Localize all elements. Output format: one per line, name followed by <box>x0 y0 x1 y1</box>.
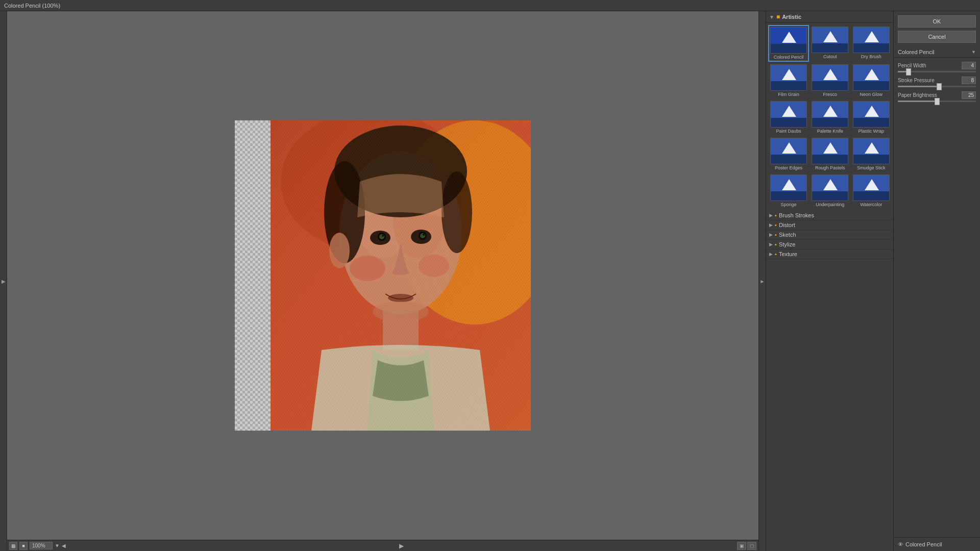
category-arrow-texture: ▶ <box>769 252 773 257</box>
filter-thumb-dry-brush[interactable]: Dry Brush <box>851 25 892 62</box>
slider-thumb-pencil-width[interactable] <box>906 68 911 76</box>
category-row-brush-strokes[interactable]: ▶▪Brush Strokes <box>766 211 893 220</box>
window-title: Colored Pencil (100%) <box>4 3 60 9</box>
filter-thumb-paint-daubs[interactable]: Paint Daubs <box>768 99 809 135</box>
filter-thumb-image-watercolor <box>853 174 890 201</box>
category-label-brush-strokes: Brush Strokes <box>779 212 814 218</box>
filter-thumb-plastic-wrap[interactable]: Plastic Wrap <box>851 99 892 135</box>
filter-thumb-label-dry-brush: Dry Brush <box>861 54 881 59</box>
panel-divider[interactable]: ► <box>758 11 766 551</box>
svg-rect-34 <box>853 43 890 53</box>
filter-thumb-image-fresco <box>812 64 848 91</box>
svg-point-25 <box>419 255 449 277</box>
artistic-category-header[interactable]: ▼ ■ Artistic <box>766 11 893 23</box>
slider-value-stroke-pressure[interactable]: 8 <box>962 77 976 84</box>
filter-thumb-label-watercolor: Watercolor <box>860 202 882 207</box>
filter-thumb-image-cutout <box>812 27 848 53</box>
view-icon[interactable]: ▦ <box>9 542 17 550</box>
filter-thumb-smudge-stick[interactable]: Smudge Stick <box>851 136 892 172</box>
zoom-display[interactable]: 100% <box>30 542 53 549</box>
slider-fill-stroke-pressure <box>898 86 939 87</box>
filter-thumb-image-dry-brush <box>853 27 890 53</box>
filter-thumb-colored-pencil[interactable]: Colored Pencil <box>768 25 809 62</box>
painting-image <box>271 120 531 431</box>
slider-fill-paper-brightness <box>898 101 937 102</box>
slider-value-paper-brightness[interactable]: 25 <box>962 91 976 99</box>
effect-layers-area: 👁 Colored Pencil <box>894 537 980 551</box>
category-row-texture[interactable]: ▶▪Texture <box>766 249 893 259</box>
svg-rect-67 <box>812 191 848 201</box>
category-row-distort[interactable]: ▶▪Distort <box>766 220 893 230</box>
svg-rect-31 <box>812 43 848 53</box>
filter-thumb-label-neon-glow: Neon Glow <box>860 92 883 97</box>
filter-thumb-image-palette-knife <box>812 101 848 128</box>
category-label-texture: Texture <box>779 251 797 257</box>
filter-thumb-label-smudge-stick: Smudge Stick <box>857 165 886 170</box>
filter-thumb-watercolor[interactable]: Watercolor <box>851 173 892 209</box>
svg-rect-52 <box>853 118 890 128</box>
collapse-arrow[interactable]: ▼ <box>769 14 774 20</box>
filter-thumb-image-smudge-stick <box>853 138 890 164</box>
filter-thumb-sponge[interactable]: Sponge <box>768 173 809 209</box>
slider-row-stroke-pressure: Stroke Pressure8 <box>898 77 976 87</box>
slider-row-paper-brightness: Paper Brightness25 <box>898 91 976 102</box>
slider-track-paper-brightness[interactable] <box>898 101 976 102</box>
slider-name-stroke-pressure: Stroke Pressure <box>898 78 935 83</box>
filter-thumb-poster-edges[interactable]: Poster Edges <box>768 136 809 172</box>
filter-thumb-underpainting[interactable]: Underpainting <box>810 173 850 209</box>
slider-thumb-paper-brightness[interactable] <box>935 98 940 105</box>
filter-thumb-image-paint-daubs <box>770 101 807 128</box>
grid-icon[interactable]: ■ <box>19 542 28 550</box>
category-row-sketch[interactable]: ▶▪Sketch <box>766 230 893 240</box>
svg-rect-46 <box>771 118 807 128</box>
filter-thumb-palette-knife[interactable]: Palette Knife <box>810 99 850 135</box>
filter-thumb-image-film-grain <box>770 64 807 91</box>
category-arrow-brush-strokes: ▶ <box>769 213 773 218</box>
svg-rect-49 <box>812 118 848 128</box>
fit-screen-button[interactable]: ▣ <box>737 542 746 550</box>
scroll-right-arrow[interactable]: ▶ <box>399 542 404 549</box>
svg-rect-40 <box>812 81 848 91</box>
effect-dropdown-arrow: ▼ <box>971 49 976 55</box>
scroll-left-arrow[interactable]: ◀ <box>62 543 66 548</box>
filter-thumb-film-grain[interactable]: Film Grain <box>768 63 809 98</box>
category-folder-stylize: ▪ <box>775 241 777 247</box>
folder-icon: ■ <box>776 13 780 20</box>
slider-value-pencil-width[interactable]: 4 <box>962 62 976 69</box>
slider-track-stroke-pressure[interactable] <box>898 86 976 87</box>
filter-thumb-image-colored-pencil <box>770 27 807 54</box>
filter-thumb-neon-glow[interactable]: Neon Glow <box>851 63 892 98</box>
category-folder-distort: ▪ <box>775 222 777 228</box>
svg-rect-23 <box>271 120 531 431</box>
filter-thumb-label-rough-pastels: Rough Pastels <box>815 165 845 170</box>
slider-row-pencil-width: Pencil Width4 <box>898 62 976 72</box>
filter-thumb-cutout[interactable]: Cutout <box>810 25 850 62</box>
filter-thumb-fresco[interactable]: Fresco <box>810 63 850 98</box>
actual-size-button[interactable]: ▢ <box>747 542 756 550</box>
filter-thumb-image-sponge <box>770 174 807 201</box>
zoom-dropdown-arrow[interactable]: ▼ <box>55 543 60 548</box>
artistic-label: Artistic <box>782 14 801 20</box>
filter-thumb-image-poster-edges <box>770 138 807 164</box>
cancel-button[interactable]: Cancel <box>898 31 976 43</box>
filter-thumb-image-underpainting <box>812 174 848 201</box>
category-label-sketch: Sketch <box>779 232 796 238</box>
slider-thumb-stroke-pressure[interactable] <box>937 83 942 90</box>
svg-rect-58 <box>812 155 848 164</box>
visibility-icon[interactable]: 👁 <box>898 541 903 547</box>
filter-thumb-label-sponge: Sponge <box>780 202 796 207</box>
sliders-area: Pencil Width4Stroke Pressure8Paper Brigh… <box>894 58 980 106</box>
category-row-stylize[interactable]: ▶▪Stylize <box>766 240 893 249</box>
svg-rect-43 <box>853 81 890 91</box>
svg-point-24 <box>350 256 385 281</box>
svg-rect-55 <box>771 155 807 164</box>
filter-thumb-rough-pastels[interactable]: Rough Pastels <box>810 136 850 172</box>
ok-button[interactable]: OK <box>898 15 976 28</box>
category-arrow-sketch: ▶ <box>769 232 773 237</box>
svg-rect-70 <box>853 191 890 201</box>
effect-name-dropdown[interactable]: Colored Pencil ▼ <box>894 47 980 58</box>
left-expand-handle[interactable]: ▶ <box>0 11 7 551</box>
svg-rect-61 <box>853 155 890 164</box>
slider-track-pencil-width[interactable] <box>898 71 976 72</box>
svg-rect-37 <box>771 81 807 91</box>
